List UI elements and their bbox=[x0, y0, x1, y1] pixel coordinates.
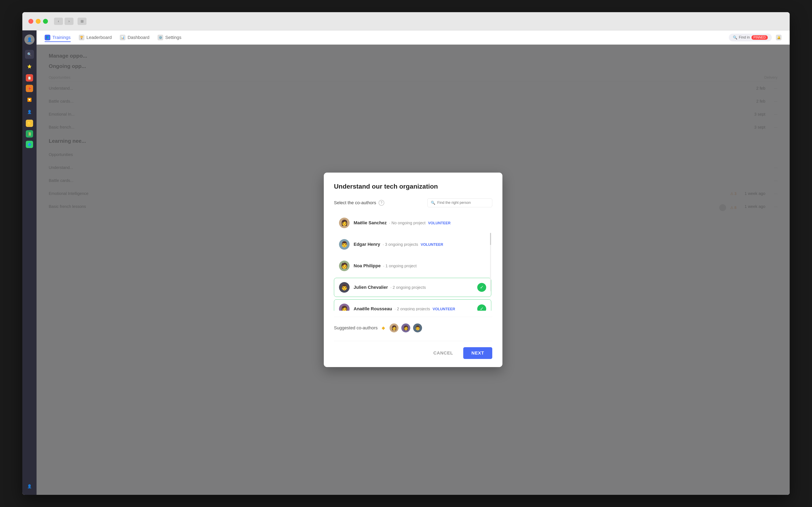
sidebar-item-red[interactable]: 📋 bbox=[26, 74, 33, 81]
minimize-button[interactable] bbox=[36, 19, 41, 24]
nav-item-settings[interactable]: ⚙️ Settings bbox=[157, 33, 182, 42]
suggested-section: Suggested co-authors ◆ 👩 👩 👨 bbox=[334, 317, 492, 337]
nav-item-leaderboard[interactable]: 🏆 Leaderboard bbox=[79, 33, 112, 42]
sidebar-item-teal[interactable]: 🔷 bbox=[26, 141, 33, 148]
diamond-icon: ◆ bbox=[382, 325, 385, 331]
person-list: 👩 Maëlie Sanchez · No ongoing project VO… bbox=[334, 213, 492, 311]
modal-overlay: Understand our tech organization Select … bbox=[37, 45, 790, 495]
leaderboard-icon: 🏆 bbox=[79, 35, 85, 40]
modal-footer: CANCEL NEXT bbox=[334, 341, 492, 359]
search-icon: 🔍 bbox=[431, 201, 435, 205]
scrollbar-track bbox=[490, 233, 491, 291]
find-in-label: Find in bbox=[739, 35, 750, 40]
sidebar-item-green[interactable]: 📗 bbox=[26, 130, 33, 137]
check-icon-julien: ✓ bbox=[477, 283, 486, 292]
person-name-maëlie: Maëlie Sanchez bbox=[354, 220, 387, 225]
person-info-edgar: Edgar Henry · 3 ongoing projects VOLUNTE… bbox=[354, 242, 486, 247]
nav-item-dashboard[interactable]: 📊 Dashboard bbox=[120, 33, 149, 42]
person-info-noa: Noa Philippe · 1 ongoing project bbox=[354, 263, 486, 269]
person-name-anaëlle: Anaëlle Rousseau bbox=[354, 306, 392, 311]
volunteer-badge-edgar: VOLUNTEER bbox=[421, 242, 443, 246]
person-item-noa[interactable]: 🧑 Noa Philippe · 1 ongoing project bbox=[334, 256, 491, 275]
co-authors-header: Select the co-authors ? 🔍 bbox=[334, 198, 492, 207]
sidebar-toggle-button[interactable]: ⊞ bbox=[78, 18, 87, 25]
volunteer-badge-maëlie: VOLUNTEER bbox=[428, 221, 451, 225]
scrollbar-thumb[interactable] bbox=[490, 233, 491, 245]
person-projects-maëlie: · No ongoing project bbox=[389, 221, 425, 225]
maximize-button[interactable] bbox=[43, 19, 48, 24]
co-authors-label: Select the co-authors ? bbox=[334, 200, 384, 206]
settings-icon: ⚙️ bbox=[157, 35, 163, 40]
person-name-edgar: Edgar Henry bbox=[354, 242, 380, 247]
suggested-avatars: 👩 👩 👨 bbox=[389, 323, 422, 333]
person-item-edgar[interactable]: 👨 Edgar Henry · 3 ongoing projects VOLUN… bbox=[334, 235, 491, 254]
co-authors-text: Select the co-authors bbox=[334, 200, 376, 206]
settings-label: Settings bbox=[165, 35, 182, 40]
forward-button[interactable]: › bbox=[64, 18, 73, 25]
trainings-icon: 📘 bbox=[45, 35, 50, 40]
person-info-maëlie: Maëlie Sanchez · No ongoing project VOLU… bbox=[354, 220, 486, 226]
browser-content: 👤 🔍 ⭐ 📋 📌 🔽 👤 🟡 📗 🔷 👤 📘 Trainings 🏆 bbox=[22, 31, 790, 495]
back-button[interactable]: ‹ bbox=[54, 18, 63, 25]
suggested-avatar-1[interactable]: 👩 bbox=[389, 323, 399, 333]
sidebar-item-yellow[interactable]: 🟡 bbox=[26, 120, 33, 127]
modal-dialog: Understand our tech organization Select … bbox=[324, 173, 502, 367]
cancel-button[interactable]: CANCEL bbox=[427, 347, 459, 359]
person-info-julien: Julien Chevalier · 2 ongoing projects bbox=[354, 285, 477, 290]
person-name-noa: Noa Philippe bbox=[354, 263, 380, 268]
sidebar-item-chevron[interactable]: 🔽 bbox=[25, 95, 34, 104]
nav-buttons: ‹ › bbox=[54, 18, 73, 25]
top-navigation: 📘 Trainings 🏆 Leaderboard 📊 Dashboard ⚙️… bbox=[37, 31, 790, 45]
person-projects-noa: · 1 ongoing project bbox=[383, 264, 417, 268]
person-item-maëlie[interactable]: 👩 Maëlie Sanchez · No ongoing project VO… bbox=[334, 213, 491, 232]
person-projects-julien: · 2 ongoing projects bbox=[390, 285, 426, 290]
search-icon: 🔍 bbox=[733, 35, 737, 40]
check-icon-anaëlle: ✓ bbox=[477, 304, 486, 311]
person-info-anaëlle: Anaëlle Rousseau · 2 ongoing projects VO… bbox=[354, 306, 477, 311]
avatar-maëlie: 👩 bbox=[339, 218, 350, 228]
notifications-icon[interactable]: 🔔 bbox=[776, 35, 781, 40]
avatar-noa: 🧑 bbox=[339, 261, 350, 271]
find-badge: PINNED bbox=[752, 35, 768, 40]
app-sidebar: 👤 🔍 ⭐ 📋 📌 🔽 👤 🟡 📗 🔷 👤 bbox=[22, 31, 37, 495]
suggested-avatar-2[interactable]: 👩 bbox=[401, 323, 411, 333]
browser-window: ‹ › ⊞ 👤 🔍 ⭐ 📋 📌 🔽 👤 🟡 📗 🔷 👤 📘 bbox=[22, 12, 790, 495]
traffic-lights bbox=[29, 19, 48, 24]
person-item-julien[interactable]: 👨 Julien Chevalier · 2 ongoing projects … bbox=[334, 278, 491, 297]
leaderboard-label: Leaderboard bbox=[87, 35, 112, 40]
next-button[interactable]: NEXT bbox=[463, 347, 492, 359]
dashboard-label: Dashboard bbox=[128, 35, 149, 40]
main-content: 📘 Trainings 🏆 Leaderboard 📊 Dashboard ⚙️… bbox=[37, 31, 790, 495]
search-box[interactable]: 🔍 bbox=[427, 198, 492, 207]
sidebar-item-bottom[interactable]: 👤 bbox=[25, 482, 34, 491]
suggested-label: Suggested co-authors bbox=[334, 325, 377, 331]
page-body: Manage oppo... Ongoing opp... Opportunit… bbox=[37, 45, 790, 495]
person-item-anaëlle[interactable]: 👩 Anaëlle Rousseau · 2 ongoing projects … bbox=[334, 299, 491, 311]
trainings-label: Trainings bbox=[52, 35, 71, 40]
browser-titlebar: ‹ › ⊞ bbox=[22, 12, 790, 31]
person-projects-edgar: · 3 ongoing projects bbox=[383, 242, 418, 246]
person-projects-anaëlle: · 2 ongoing projects bbox=[395, 306, 430, 311]
dashboard-icon: 📊 bbox=[120, 35, 125, 40]
modal-title: Understand our tech organization bbox=[334, 183, 492, 190]
volunteer-badge-anaëlle: VOLUNTEER bbox=[433, 307, 455, 311]
help-icon[interactable]: ? bbox=[378, 200, 384, 206]
avatar-julien: 👨 bbox=[339, 282, 350, 293]
nav-item-trainings[interactable]: 📘 Trainings bbox=[45, 33, 71, 42]
close-button[interactable] bbox=[29, 19, 33, 24]
person-name-julien: Julien Chevalier bbox=[354, 285, 388, 290]
avatar-anaëlle: 👩 bbox=[339, 303, 350, 311]
sidebar-item-search[interactable]: 🔍 bbox=[25, 50, 34, 59]
find-in-button[interactable]: 🔍 Find in PINNED bbox=[729, 34, 772, 41]
user-avatar[interactable]: 👤 bbox=[24, 35, 35, 45]
sidebar-item-star[interactable]: ⭐ bbox=[25, 62, 34, 71]
sidebar-item-orange[interactable]: 📌 bbox=[26, 85, 33, 92]
suggested-avatar-3[interactable]: 👨 bbox=[413, 323, 422, 333]
search-input[interactable] bbox=[437, 201, 489, 205]
nav-right: 🔍 Find in PINNED 🔔 bbox=[729, 34, 781, 41]
avatar-edgar: 👨 bbox=[339, 239, 350, 250]
sidebar-item-user[interactable]: 👤 bbox=[25, 108, 34, 116]
